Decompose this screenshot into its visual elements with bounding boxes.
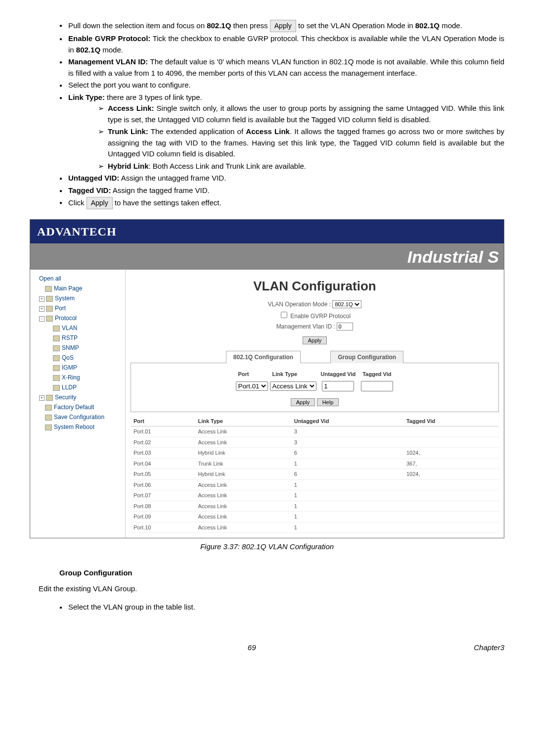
brand-bar: ADVANTECH [30,220,504,243]
tree-snmp[interactable]: SNMP [33,343,122,353]
mgmt-label: Management Vlan ID : [276,323,335,330]
table-row: Port.06Access Link1 [131,479,499,490]
page-icon [45,425,52,430]
port-table: Port Link Type Untagged Vid Tagged Vid P… [131,416,499,533]
table-row: Port.02Access Link3 [131,437,499,448]
collapse-icon: - [39,316,44,322]
table-row: Port.09Access Link1 [131,512,499,522]
page-number: 69 [248,642,256,654]
gvrp-checkbox[interactable] [281,312,287,318]
bullet-5: Link Type: there are 3 types of link typ… [59,92,504,172]
tree-save-config[interactable]: Save Configuration [33,412,122,422]
apply-button-2[interactable]: Apply [291,398,315,406]
folder-icon [46,296,53,302]
tab-group[interactable]: Group Configuration [330,351,403,363]
bullet-3: Management VLAN ID: The default value is… [59,56,504,79]
group-list: Select the VLAN group in the table list. [30,602,504,613]
mode-label: VLAN Operation Mode : [268,301,331,308]
expand-icon: + [39,306,44,312]
page-icon [45,405,52,411]
sub-trunk: Trunk Link: The extended application of … [98,126,504,160]
group-config-heading: Group Configuration [59,567,504,579]
tree-main-page[interactable]: Main Page [33,284,122,293]
link-type-sublist: Access Link: Single switch only, it allo… [68,103,504,172]
tree-factory-default[interactable]: Factory Default [33,402,122,412]
tree-system[interactable]: +System [33,293,122,303]
table-row: Port.10Access Link1 [131,522,499,533]
page-icon [53,326,60,331]
tree-port[interactable]: +Port [33,303,122,313]
tree-lldp[interactable]: LLDP [33,382,122,392]
embedded-screenshot: ADVANTECH Industrial S Open all Main Pag… [30,219,504,538]
page-title: VLAN Configuration [131,277,499,296]
mode-select[interactable]: 802.1Q [332,300,361,308]
apply-button-inline-2: Apply [87,197,113,209]
tree-qos[interactable]: QoS [33,353,122,363]
tree-system-reboot[interactable]: System Reboot [33,422,122,432]
tree-rstp[interactable]: RSTP [33,333,122,343]
tree-security[interactable]: +Security [33,392,122,402]
table-row: Port.03Hybrid Link61024, [131,448,499,459]
apply-button[interactable]: Apply [303,336,327,344]
tree-xring[interactable]: X-Ring [33,373,122,382]
folder-icon [46,306,53,312]
folder-icon [46,395,53,401]
group-bullet-1: Select the VLAN group in the table list. [59,602,504,613]
port-select[interactable]: Port.01 [236,381,268,391]
page-icon [53,355,60,361]
page-footer: 69 Chapter3 [30,642,504,654]
tree-igmp[interactable]: IGMP [33,363,122,373]
table-row: Port.01Access Link3 [131,426,499,437]
tree-protocol[interactable]: -Protocol [33,313,122,323]
bullet-8: Click Apply to have the settings taken e… [59,197,504,209]
col-uvid: Untagged Vid [291,416,403,426]
sub-access: Access Link: Single switch only, it allo… [98,103,504,125]
linktype-select[interactable]: Access Link [270,381,316,391]
tree-vlan[interactable]: VLAN [33,323,122,333]
folder-icon [46,316,53,322]
tab-8021q[interactable]: 802.1Q Configuration [226,351,301,363]
apply-button-inline: Apply [270,20,296,32]
bullet-2: Enable GVRP Protocol: Tick the checkbox … [59,33,504,55]
bullet-4: Select the port you want to configure. [59,80,504,91]
page-icon [45,286,52,292]
nav-tree: Open all Main Page +System +Port -Protoc… [30,270,126,538]
expand-icon: + [39,296,44,302]
group-config-text: Edit the existing VLAN Group. [39,583,504,595]
chapter-label: Chapter3 [474,642,504,654]
bullet-7: Tagged VID: Assign the tagged frame VID. [59,185,504,196]
config-box: Port Link Type Untagged Vid Tagged Vid P… [131,363,499,412]
table-row: Port.07Access Link1 [131,490,499,501]
table-row: Port.05Hybrid Link61024, [131,469,499,480]
table-row: Port.04Trunk Link1367, [131,458,499,469]
page-icon [53,345,60,351]
help-button[interactable]: Help [317,398,339,406]
table-row: Port.08Access Link1 [131,501,499,512]
sub-hybrid: Hybrid Link: Both Access Link and Trunk … [98,161,504,172]
mgmt-vlan-input[interactable] [337,323,353,331]
product-title-bar: Industrial S [30,243,504,270]
bullet-6: Untagged VID: Assign the untagged frame … [59,173,504,184]
page-icon [53,335,60,341]
expand-icon: + [39,395,44,401]
tree-open-all[interactable]: Open all [33,274,122,284]
page-icon [45,415,52,421]
figure-caption: Figure 3.37: 802.1Q VLAN Configuration [30,541,504,553]
main-content: VLAN Configuration VLAN Operation Mode :… [126,270,504,538]
bullet-1: Pull down the selection item and focus o… [59,20,504,32]
page-icon [53,375,60,381]
gvrp-label: Enable GVRP Protocol [290,313,351,320]
col-port: Port [131,416,195,426]
col-tvid: Tagged Vid [403,416,499,426]
page-icon [53,385,60,391]
tab-row: 802.1Q Configuration Group Configuration [131,351,499,363]
untagged-vid-input[interactable] [322,381,354,391]
instruction-list: Pull down the selection item and focus o… [30,20,504,209]
tagged-vid-input[interactable] [361,381,393,391]
col-link: Link Type [195,416,291,426]
page-icon [53,365,60,371]
